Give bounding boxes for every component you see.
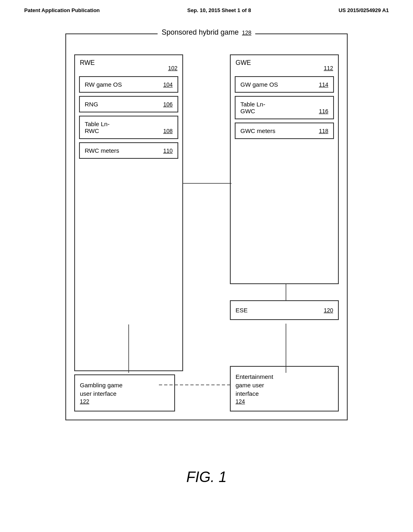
ese-block: ESE 120 <box>230 300 339 320</box>
diagram-wrapper: Sponsored hybrid game 128 RWE 102 RW gam… <box>65 33 348 457</box>
entertainment-game-ui-block: Entertainmentgame userinterface 124 <box>230 366 339 411</box>
page-header: Patent Application Publication Sep. 10, … <box>0 0 413 13</box>
diagram-title-ref: 128 <box>242 29 251 36</box>
entertainment-ui-ref: 124 <box>236 398 245 405</box>
gwe-ref: 112 <box>324 65 333 71</box>
rwe-label: RWE <box>80 59 95 66</box>
gambling-game-ui-block: Gambling gameuser interface 122 <box>74 374 175 411</box>
rwc-meters-label: RWC meters <box>85 147 119 154</box>
fig-label: FIG. 1 <box>0 469 413 486</box>
rwc-meters-block: RWC meters 110 <box>79 142 178 159</box>
gambling-ui-ref: 122 <box>80 398 89 405</box>
ese-label: ESE <box>236 307 248 314</box>
header-center: Sep. 10, 2015 Sheet 1 of 8 <box>187 7 251 13</box>
rwe-header: RWE 102 <box>75 55 182 73</box>
gw-game-os-label: GW game OS <box>240 81 278 88</box>
table-ln-rwc-label: Table Ln-RWC <box>85 121 110 134</box>
gw-game-os-ref: 114 <box>319 81 328 88</box>
rw-game-os-block: RW game OS 104 <box>79 76 178 93</box>
table-ln-gwc-label: Table Ln-GWC <box>240 101 265 114</box>
rng-label: RNG <box>85 101 98 108</box>
rw-game-os-ref: 104 <box>163 81 173 88</box>
rng-block: RNG 106 <box>79 96 178 112</box>
diagram-title: Sponsored hybrid game 128 <box>158 28 255 37</box>
header-right: US 2015/0254929 A1 <box>338 7 389 13</box>
outer-box: Sponsored hybrid game 128 RWE 102 RW gam… <box>65 33 348 420</box>
table-ln-rwc-block: Table Ln-RWC 108 <box>79 116 178 139</box>
rng-ref: 106 <box>163 101 173 108</box>
header-left: Patent Application Publication <box>24 7 100 13</box>
table-ln-gwc-ref: 116 <box>319 108 328 114</box>
rwe-ref: 102 <box>168 65 177 71</box>
gambling-ui-text: Gambling gameuser interface <box>80 381 169 398</box>
rwc-meters-ref: 110 <box>163 148 173 154</box>
table-ln-rwc-ref: 108 <box>163 128 173 134</box>
gw-game-os-block: GW game OS 114 <box>235 76 334 93</box>
gwe-header: GWE 112 <box>231 55 338 73</box>
entertainment-ui-text: Entertainmentgame userinterface <box>236 372 333 398</box>
diagram-title-text: Sponsored hybrid game <box>162 28 239 37</box>
rw-game-os-label: RW game OS <box>85 81 122 88</box>
left-column-box: RWE 102 RW game OS 104 RNG 106 <box>74 54 183 371</box>
ese-ref: 120 <box>324 307 333 314</box>
gwc-meters-block: GWC meters 118 <box>235 123 334 139</box>
table-ln-gwc-block: Table Ln-GWC 116 <box>235 96 334 119</box>
right-column-box: GWE 112 GW game OS 114 Table Ln-GWC 116 <box>230 54 339 284</box>
gwc-meters-label: GWC meters <box>240 127 275 134</box>
gwe-label: GWE <box>236 59 251 66</box>
gwc-meters-ref: 118 <box>319 128 328 134</box>
